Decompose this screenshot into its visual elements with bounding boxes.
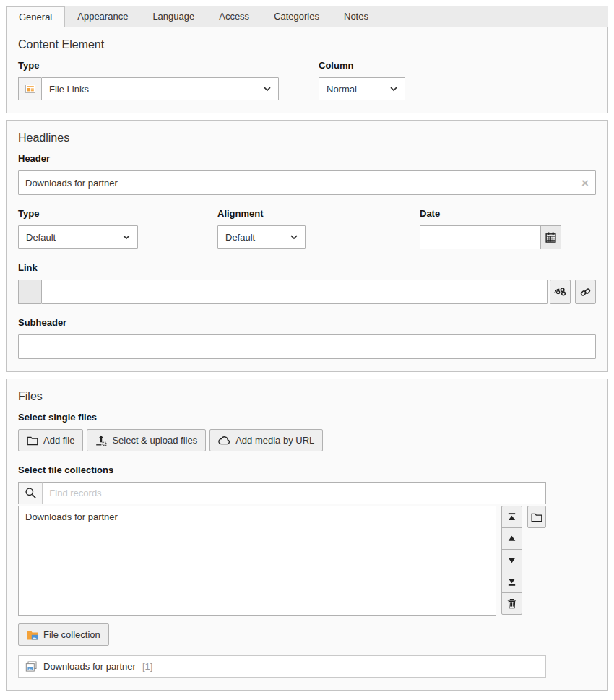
filelinks-icon [18, 77, 41, 100]
tab-appearance[interactable]: Appearance [65, 6, 140, 27]
tab-notes[interactable]: Notes [332, 6, 381, 27]
collection-record-row[interactable]: Downloads for partner [1] [18, 655, 546, 678]
type-label: Type [18, 60, 319, 71]
header-input[interactable] [18, 170, 596, 195]
subheader-input[interactable] [18, 334, 596, 359]
column-label: Column [319, 60, 405, 71]
chevron-down-icon [290, 235, 298, 240]
header-type-select-value: Default [26, 232, 56, 243]
folder-icon [27, 436, 38, 446]
link-explanation-icon[interactable] [550, 280, 571, 304]
subheader-label: Subheader [18, 317, 596, 328]
move-to-top-icon[interactable] [501, 506, 522, 528]
calendar-icon[interactable] [540, 225, 561, 249]
header-label: Header [18, 153, 596, 164]
panel-headlines: Headlines Header × Type Default Alignmen… [6, 120, 608, 372]
move-down-icon[interactable] [501, 549, 522, 571]
collection-record-count: [1] [142, 661, 152, 672]
selected-collections-list[interactable]: Downloads for partner [18, 506, 496, 616]
date-input[interactable] [420, 225, 540, 249]
upload-icon [95, 435, 107, 446]
add-media-by-url-label: Add media by URL [235, 435, 314, 446]
select-upload-files-label: Select & upload files [112, 435, 197, 446]
add-file-label: Add file [43, 435, 74, 446]
move-to-bottom-icon[interactable] [501, 571, 522, 593]
alignment-label: Alignment [217, 208, 420, 219]
delete-icon[interactable] [501, 592, 522, 615]
clear-icon[interactable]: × [581, 177, 589, 189]
panel-content-element: Content Element Type File [6, 27, 608, 113]
column-select-value: Normal [327, 84, 357, 95]
browse-folder-icon[interactable] [527, 506, 546, 528]
collection-record-title: Downloads for partner [43, 661, 136, 672]
link-browser-icon[interactable] [575, 280, 596, 304]
alignment-select-value: Default [225, 232, 255, 243]
section-heading-content-element: Content Element [18, 38, 596, 51]
header-type-label: Type [18, 208, 217, 219]
type-select[interactable]: File Links [41, 77, 279, 100]
tab-language[interactable]: Language [140, 6, 207, 27]
date-label: Date [420, 208, 596, 219]
add-media-by-url-button[interactable]: Add media by URL [209, 429, 323, 451]
header-type-select[interactable]: Default [18, 225, 138, 249]
file-collection-button-label: File collection [43, 629, 100, 640]
section-heading-files: Files [18, 390, 596, 403]
type-select-value: File Links [49, 84, 89, 95]
chevron-down-icon [390, 87, 397, 92]
tab-access[interactable]: Access [207, 6, 261, 27]
add-file-button[interactable]: Add file [18, 429, 83, 451]
alignment-select[interactable]: Default [217, 225, 306, 249]
list-item[interactable]: Downloads for partner [19, 506, 496, 527]
edit-form: General Appearance Language Access Categ… [6, 6, 608, 691]
file-collection-button[interactable]: File collection [18, 623, 109, 646]
link-label: Link [18, 262, 596, 273]
cloud-icon [218, 436, 230, 445]
chevron-down-icon [264, 87, 271, 92]
select-upload-files-button[interactable]: Select & upload files [87, 429, 206, 451]
list-controls [501, 506, 522, 615]
tab-general[interactable]: General [6, 6, 65, 27]
tab-categories[interactable]: Categories [261, 6, 332, 27]
section-heading-headlines: Headlines [18, 131, 596, 144]
file-collections-label: Select file collections [18, 464, 596, 475]
file-collection-icon [27, 630, 38, 640]
column-select[interactable]: Normal [319, 77, 405, 100]
panel-files: Files Select single files Add file [6, 379, 608, 691]
search-icon [18, 482, 43, 504]
link-prefix-addon [18, 280, 41, 304]
link-input[interactable] [41, 280, 548, 304]
collection-record-icon [25, 661, 37, 672]
tab-bar: General Appearance Language Access Categ… [6, 6, 608, 27]
chevron-down-icon [123, 235, 130, 240]
single-files-label: Select single files [18, 412, 596, 423]
move-up-icon[interactable] [501, 527, 522, 550]
type-select-group: File Links [18, 77, 279, 100]
find-records-input[interactable] [43, 482, 546, 504]
